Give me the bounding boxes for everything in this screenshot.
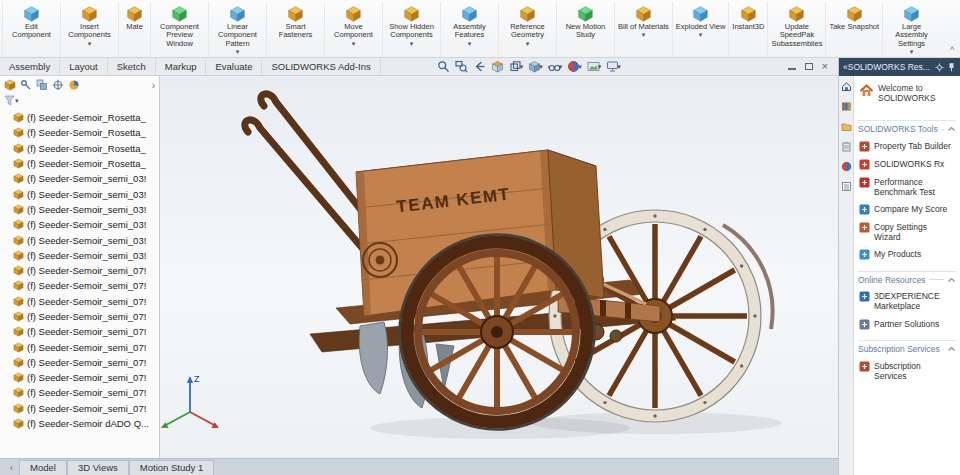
task-pane-item[interactable]: SOLIDWORKS Rx — [858, 155, 956, 173]
tab-scroll-left-icon[interactable]: ‹ — [8, 463, 19, 475]
welcome-link[interactable]: Welcome to SOLIDWORKS — [858, 81, 956, 113]
section-header[interactable]: Subscription Services — [858, 344, 956, 354]
graphics-area[interactable]: TEAM KEMT — [0, 76, 838, 458]
tree-item[interactable]: (f) Seeder-Semoir_semi_03! — [13, 171, 159, 186]
command-tab[interactable]: Assembly — [0, 58, 60, 75]
document-tab[interactable]: Model — [19, 460, 67, 475]
displaymanager-tab-icon[interactable] — [68, 79, 80, 91]
design-library-tab-icon[interactable] — [841, 101, 852, 112]
command-tab[interactable]: Layout — [60, 58, 108, 75]
tree-item[interactable]: (f) Seeder-Semoir dADO Q... — [13, 416, 159, 431]
view-settings-icon[interactable]: ▾ — [606, 60, 621, 73]
ribbon-button-label: Update SpeedPak Subassemblies — [771, 23, 822, 48]
ribbon-button[interactable]: Update SpeedPak Subassemblies — [767, 2, 825, 57]
configurationmanager-tab-icon[interactable] — [36, 79, 48, 91]
dimxpertmanager-tab-icon[interactable] — [52, 79, 64, 91]
custom-properties-tab-icon[interactable] — [841, 181, 852, 192]
tree-item[interactable]: (f) Seeder-Semoir_semi_07! — [13, 339, 159, 354]
ribbon-button[interactable]: Assembly Features ▾ — [440, 2, 498, 57]
task-pane-item[interactable]: Compare My Score — [858, 200, 956, 218]
section-header[interactable]: SOLIDWORKS Tools — [858, 124, 956, 134]
ribbon-button[interactable]: Smart Fasteners — [266, 2, 324, 57]
feature-manager-tree-panel: › ▾ — [0, 76, 160, 458]
section-collapse-icon[interactable] — [947, 125, 956, 133]
tree-item[interactable]: (f) Seeder-Semoir_semi_07! — [13, 309, 159, 324]
section-collapse-icon[interactable] — [947, 345, 956, 353]
ribbon-button[interactable]: Exploded View ▾ — [672, 2, 728, 57]
tree-item[interactable]: (f) Seeder-Semoir_semi_03! — [13, 232, 159, 247]
tree-item[interactable]: (f) Seeder-Semoir_Rosetta_ — [13, 141, 159, 156]
gear-icon[interactable] — [935, 63, 944, 72]
ribbon-button[interactable]: Reference Geometry ▾ — [498, 2, 556, 57]
zoom-area-icon[interactable] — [455, 60, 468, 73]
command-tab[interactable]: Markup — [156, 58, 207, 75]
command-tab[interactable]: Evaluate — [206, 58, 262, 75]
task-pane-item[interactable]: Property Tab Builder — [858, 137, 956, 155]
task-pane-item[interactable]: Performance Benchmark Test — [858, 173, 956, 200]
display-style-icon[interactable]: ▾ — [528, 60, 543, 73]
tree-item[interactable]: (f) Seeder-Semoir_Rosetta_ — [13, 125, 159, 140]
restore-icon[interactable] — [805, 63, 813, 70]
tree-item-label: (f) Seeder-Semoir_semi_07! — [27, 357, 146, 368]
ribbon-collapse-chevron[interactable]: ^ — [944, 0, 960, 57]
filter-funnel-icon[interactable] — [4, 95, 15, 106]
tree-item[interactable]: (f) Seeder-Semoir_semi_03! — [13, 217, 159, 232]
ribbon-button[interactable]: Mate — [118, 2, 150, 57]
ribbon-button[interactable]: Instant3D — [728, 2, 767, 57]
ribbon-button[interactable]: Move Component ▾ — [324, 2, 382, 57]
tree-item[interactable]: (f) Seeder-Semoir_Rosetta_ — [13, 110, 159, 125]
task-pane-item[interactable]: Subscription Services — [858, 357, 956, 384]
tree-item[interactable]: (f) Seeder-Semoir_semi_03! — [13, 186, 159, 201]
dropdown-arrow-icon: ▾ — [410, 40, 414, 48]
document-tab[interactable]: 3D Views — [67, 460, 129, 475]
ribbon-button[interactable]: Take Snapshot — [825, 2, 882, 57]
task-pane-item[interactable]: Copy Settings Wizard — [858, 218, 956, 245]
view-orientation-icon[interactable]: ▾ — [509, 60, 524, 73]
zoom-fit-icon[interactable] — [437, 60, 450, 73]
command-tab[interactable]: Sketch — [108, 58, 156, 75]
command-tab[interactable]: SOLIDWORKS Add-Ins — [262, 58, 380, 75]
ribbon-button[interactable]: Linear Component Pattern ▾ — [208, 2, 266, 57]
task-pane-item[interactable]: My Products — [858, 246, 956, 264]
tree-item[interactable]: (f) Seeder-Semoir_semi_07! — [13, 385, 159, 400]
tree-item[interactable]: (f) Seeder-Semoir_Rosetta_ — [13, 156, 159, 171]
file-explorer-tab-icon[interactable] — [841, 121, 852, 132]
pin-icon[interactable] — [947, 63, 956, 72]
tree-item[interactable]: (f) Seeder-Semoir_semi_07! — [13, 294, 159, 309]
section-collapse-icon[interactable] — [947, 276, 956, 284]
edit-appearance-icon[interactable]: ▾ — [567, 60, 582, 73]
document-tab[interactable]: Motion Study 1 — [129, 460, 214, 475]
appearances-scenes-tab-icon[interactable] — [841, 161, 852, 172]
apply-scene-icon[interactable]: ▾ — [587, 60, 602, 73]
ribbon-button[interactable]: Bill of Materials ▾ — [614, 2, 672, 57]
ribbon-button[interactable]: Component Preview Window — [150, 2, 208, 57]
tree-item[interactable]: (f) Seeder-Semoir_semi_03! — [13, 202, 159, 217]
ribbon-button[interactable]: New Motion Study — [556, 2, 614, 57]
tree-item[interactable]: (f) Seeder-Semoir_semi_07! — [13, 263, 159, 278]
tree-item[interactable]: (f) Seeder-Semoir_semi_03! — [13, 248, 159, 263]
tree-item[interactable]: (f) Seeder-Semoir_semi_07! — [13, 370, 159, 385]
ribbon-button[interactable]: Show Hidden Components ▾ — [382, 2, 440, 57]
section-view-icon[interactable] — [491, 60, 504, 73]
task-pane-item[interactable]: Partner Solutions — [858, 315, 956, 333]
task-pane-header[interactable]: «SOLIDWORKS Res... — [839, 58, 960, 76]
view-palette-tab-icon[interactable] — [841, 141, 852, 152]
minimize-icon[interactable] — [788, 63, 796, 70]
section-header[interactable]: Online Resources — [858, 275, 956, 285]
ribbon-button[interactable]: Large Assembly Settings ▾ — [882, 2, 940, 57]
tree-item[interactable]: (f) Seeder-Semoir_semi_07! — [13, 278, 159, 293]
tree-item[interactable]: (f) Seeder-Semoir_semi_07! — [13, 324, 159, 339]
previous-view-icon[interactable] — [473, 60, 486, 73]
propertymanager-tab-icon[interactable] — [20, 79, 32, 91]
close-icon[interactable]: × — [822, 61, 828, 72]
tree-item[interactable]: (f) Seeder-Semoir_semi_07! — [13, 401, 159, 416]
featuremanager-tab-icon[interactable] — [4, 79, 16, 91]
tree-item[interactable]: (f) Seeder-Semoir_semi_07! — [13, 355, 159, 370]
ribbon-button[interactable]: Insert Components ▾ — [60, 2, 118, 57]
ribbon-button[interactable]: Edit Component — [2, 2, 60, 57]
viewport-3d-model[interactable]: TEAM KEMT — [160, 76, 838, 458]
task-pane-item[interactable]: 3DEXPERIENCE Marketplace — [858, 288, 956, 315]
solidworks-resources-tab-icon[interactable] — [841, 81, 852, 92]
panel-overflow-chevron[interactable]: › — [152, 80, 155, 91]
hide-show-items-icon[interactable]: ▾ — [548, 60, 563, 73]
